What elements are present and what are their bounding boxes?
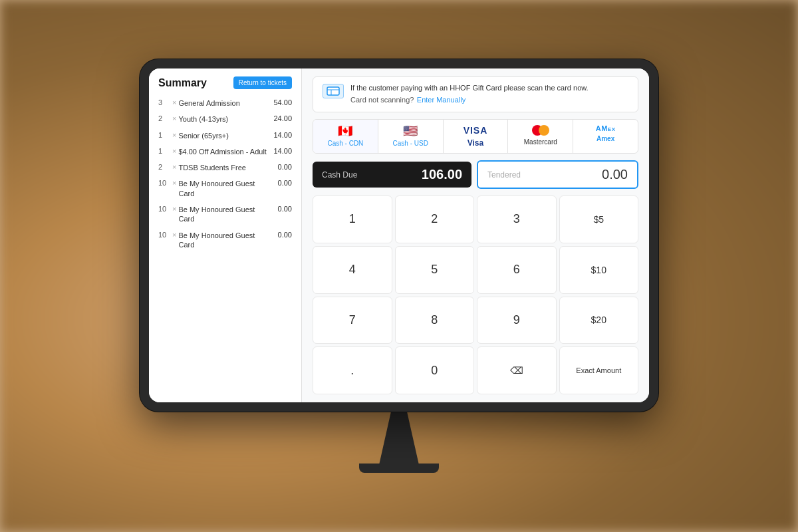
usd-flag-icon: 🇺🇸 [403, 125, 418, 137]
item-qty: 3 [158, 98, 170, 106]
tendered-amount: 0.00 [602, 167, 628, 182]
item-qty: 1 [158, 147, 170, 155]
list-item: 3 × General Admission 54.00 [158, 98, 292, 108]
numpad-key-5[interactable]: 5 [395, 246, 475, 294]
tablet-base [359, 464, 439, 473]
item-qty: 2 [158, 114, 170, 122]
item-price: 14.00 [269, 131, 292, 139]
item-name: Be My Honoured Guest Card [178, 205, 269, 224]
mastercard-label: Mastercard [524, 138, 557, 146]
numpad-preset-10[interactable]: $10 [559, 246, 639, 294]
item-qty: 10 [158, 205, 170, 213]
item-price: 0.00 [269, 205, 292, 213]
item-price: 0.00 [269, 163, 292, 171]
amex-label: Amex [597, 135, 614, 142]
payment-method-cash-cdn[interactable]: 🇨🇦 Cash - CDN [313, 120, 378, 153]
item-name: TDSB Students Free [178, 163, 269, 172]
list-item: 2 × Youth (4-13yrs) 24.00 [158, 114, 292, 124]
payment-panel: If the customer paying with an HHOF Gift… [302, 68, 649, 402]
tendered-label: Tendered [487, 170, 521, 180]
numpad-backspace-button[interactable]: ⌫ [477, 346, 557, 394]
cash-cdn-label: Cash - CDN [327, 140, 363, 147]
visa-icon: VISA [464, 125, 488, 136]
summary-header: Summary Return to tickets [158, 76, 292, 89]
numpad-preset-5[interactable]: $5 [559, 196, 639, 243]
numpad-key-0[interactable]: 0 [395, 346, 475, 394]
numpad-key-4[interactable]: 4 [313, 246, 392, 294]
payment-method-visa[interactable]: VISA Visa [444, 120, 509, 153]
numpad-key-.[interactable]: . [313, 346, 392, 394]
numpad-exact-amount-button[interactable]: Exact Amount [559, 346, 639, 394]
gift-card-text: If the customer paying with an HHOF Gift… [350, 84, 589, 105]
item-qty: 10 [158, 179, 170, 187]
visa-label: Visa [467, 138, 483, 148]
item-qty: 1 [158, 131, 170, 139]
numpad-key-2[interactable]: 2 [395, 196, 475, 243]
cdn-flag-icon: 🇨🇦 [338, 125, 352, 137]
gift-card-sub: Card not scanning? [350, 96, 414, 104]
numpad: 123$5456$10789$20.0⌫Exact Amount [313, 196, 638, 394]
item-sep: × [172, 205, 176, 213]
summary-title: Summary [158, 77, 207, 89]
list-item: 10 × Be My Honoured Guest Card 0.00 [158, 179, 292, 198]
item-qty: 10 [158, 231, 170, 239]
cash-due-label: Cash Due [322, 170, 357, 180]
item-name: Senior (65yrs+) [178, 131, 269, 140]
item-name: Be My Honoured Guest Card [178, 179, 269, 198]
payment-methods-bar: 🇨🇦 Cash - CDN 🇺🇸 Cash - USD VISA Visa [313, 119, 638, 154]
list-item: 1 × $4.00 Off Admission - Adult 14.00 [158, 147, 292, 156]
summary-items-list: 3 × General Admission 54.00 2 × Youth (4… [158, 98, 292, 249]
gift-card-message: If the customer paying with an HHOF Gift… [350, 84, 589, 92]
tablet-device: Summary Return to tickets 3 × General Ad… [140, 59, 658, 412]
item-name: Youth (4-13yrs) [178, 114, 269, 124]
list-item: 10 × Be My Honoured Guest Card 0.00 [158, 205, 292, 224]
payment-method-cash-usd[interactable]: 🇺🇸 Cash - USD [378, 120, 444, 153]
numpad-key-8[interactable]: 8 [395, 297, 475, 344]
item-price: 14.00 [269, 147, 292, 155]
numpad-key-9[interactable]: 9 [477, 297, 557, 344]
item-name: General Admission [178, 98, 269, 108]
item-sep: × [172, 179, 176, 187]
svg-rect-0 [327, 87, 339, 95]
numpad-key-3[interactable]: 3 [477, 196, 557, 243]
list-item: 2 × TDSB Students Free 0.00 [158, 163, 292, 172]
item-sep: × [172, 147, 176, 155]
list-item: 10 × Be My Honoured Guest Card 0.00 [158, 231, 292, 250]
return-to-tickets-button[interactable]: Return to tickets [233, 76, 292, 89]
item-price: 54.00 [269, 98, 292, 106]
item-price: 0.00 [269, 179, 292, 187]
tablet-stand [379, 412, 419, 465]
payment-method-amex[interactable]: AMEX Amex [573, 120, 638, 153]
cash-due-box: Cash Due 106.00 [313, 162, 471, 188]
numpad-preset-20[interactable]: $20 [559, 297, 639, 344]
numpad-key-7[interactable]: 7 [313, 297, 392, 344]
item-sep: × [172, 231, 176, 239]
amount-row: Cash Due 106.00 Tendered 0.00 [313, 160, 638, 189]
gift-card-banner: If the customer paying with an HHOF Gift… [313, 76, 638, 112]
mastercard-icon [532, 125, 549, 136]
payment-method-mastercard[interactable]: Mastercard [508, 120, 573, 153]
item-name: $4.00 Off Admission - Adult [178, 147, 269, 156]
summary-panel: Summary Return to tickets 3 × General Ad… [149, 68, 302, 402]
list-item: 1 × Senior (65yrs+) 14.00 [158, 131, 292, 140]
cash-usd-label: Cash - USD [393, 140, 428, 147]
item-sep: × [172, 98, 176, 106]
numpad-key-6[interactable]: 6 [477, 246, 557, 294]
tablet-screen: Summary Return to tickets 3 × General Ad… [149, 68, 649, 402]
item-price: 0.00 [269, 231, 292, 239]
gift-card-icon [323, 84, 344, 98]
enter-manually-link[interactable]: Enter Manually [417, 96, 466, 104]
item-price: 24.00 [269, 114, 292, 122]
tendered-box[interactable]: Tendered 0.00 [477, 160, 638, 189]
amex-icon: AMEX [596, 125, 616, 132]
item-sep: × [172, 163, 176, 171]
item-qty: 2 [158, 163, 170, 171]
item-name: Be My Honoured Guest Card [178, 231, 269, 250]
cash-due-amount: 106.00 [422, 167, 462, 182]
item-sep: × [172, 114, 176, 122]
item-sep: × [172, 131, 176, 139]
numpad-key-1[interactable]: 1 [313, 196, 392, 243]
